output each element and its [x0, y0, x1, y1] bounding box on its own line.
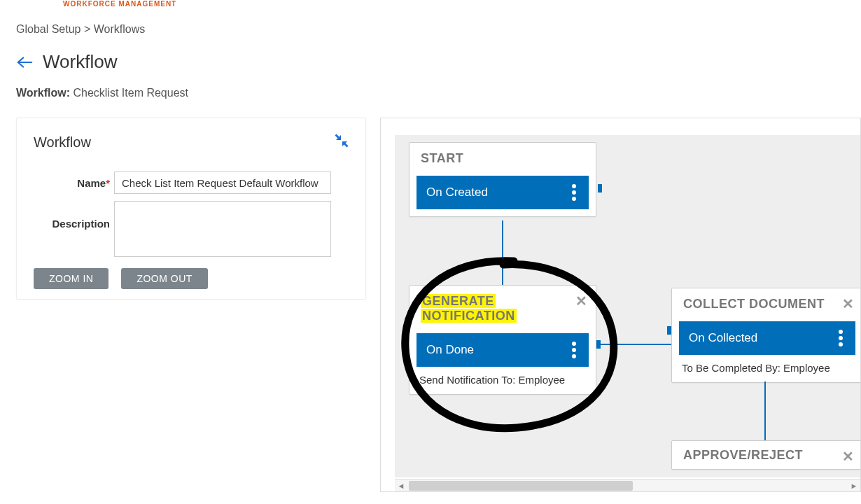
- connector-line: [502, 220, 503, 285]
- page-title: Workflow: [43, 51, 117, 73]
- panel-title: Workflow: [34, 134, 91, 150]
- scroll-left-icon[interactable]: ◄: [395, 479, 407, 492]
- node-collect-action-label: On Collected: [689, 331, 757, 345]
- connector-line: [764, 382, 766, 440]
- node-start[interactable]: START On Created: [409, 142, 596, 217]
- svg-marker-2: [342, 141, 349, 148]
- horizontal-scrollbar[interactable]: ◄ ►: [395, 479, 860, 491]
- node-start-action[interactable]: On Created: [416, 176, 589, 209]
- drag-handle-icon[interactable]: [569, 184, 579, 201]
- node-collect-document[interactable]: ✕ COLLECT DOCUMENT On Collected To Be Co…: [671, 288, 861, 383]
- scroll-thumb[interactable]: [409, 481, 633, 491]
- node-generate-title: GENERATE NOTIFICATION: [410, 286, 596, 329]
- workflow-type-label: Workflow:: [16, 87, 70, 99]
- workflow-canvas[interactable]: START On Created ✕ GENERATE NOTIFICATION…: [380, 118, 861, 492]
- node-collect-action[interactable]: On Collected: [679, 321, 855, 355]
- name-label: Name*: [34, 177, 114, 189]
- drag-handle-icon[interactable]: [836, 330, 846, 346]
- port-icon[interactable]: [405, 340, 409, 349]
- scroll-right-icon[interactable]: ►: [848, 479, 860, 492]
- node-approve-reject[interactable]: ✕ APPROVE/REJECT: [671, 440, 861, 470]
- description-label: Description: [34, 201, 114, 230]
- connector-line: [596, 344, 672, 345]
- workflow-form-panel: Workflow Name* Description ZOOM IN ZOOM …: [16, 118, 366, 300]
- drag-handle-icon[interactable]: [569, 342, 579, 358]
- node-collect-footer: To Be Completed By: Employee: [672, 362, 861, 382]
- back-arrow-icon[interactable]: [16, 54, 33, 71]
- breadcrumb-part-1[interactable]: Global Setup: [16, 23, 81, 35]
- name-input[interactable]: [114, 172, 331, 194]
- node-generate-action[interactable]: On Done: [416, 333, 589, 367]
- description-input[interactable]: [114, 201, 331, 257]
- node-collect-title: COLLECT DOCUMENT: [672, 288, 861, 317]
- zoom-out-button[interactable]: ZOOM OUT: [121, 268, 207, 289]
- breadcrumb-separator: >: [84, 23, 90, 35]
- node-approve-title: APPROVE/REJECT: [672, 441, 861, 468]
- node-generate-action-label: On Done: [426, 343, 474, 357]
- close-icon[interactable]: ✕: [842, 295, 854, 312]
- close-icon[interactable]: ✕: [575, 293, 587, 309]
- svg-marker-1: [335, 134, 342, 141]
- node-generate-footer: Send Notification To: Employee: [410, 374, 596, 394]
- breadcrumb-part-2[interactable]: Workflows: [94, 23, 146, 35]
- node-start-action-label: On Created: [426, 186, 488, 200]
- collapse-panel-icon[interactable]: [335, 134, 349, 150]
- node-start-title: START: [410, 143, 596, 172]
- zoom-in-button[interactable]: ZOOM IN: [34, 268, 108, 289]
- node-generate-notification[interactable]: ✕ GENERATE NOTIFICATION On Done Send Not…: [409, 285, 596, 395]
- brand-subtitle: WORKFORCE MANAGEMENT: [63, 0, 861, 8]
- workflow-type-value: Checklist Item Request: [73, 87, 188, 99]
- breadcrumb: Global Setup > Workflows: [16, 23, 861, 36]
- close-icon[interactable]: ✕: [842, 448, 854, 465]
- port-icon[interactable]: [598, 184, 602, 192]
- required-mark: *: [106, 177, 110, 189]
